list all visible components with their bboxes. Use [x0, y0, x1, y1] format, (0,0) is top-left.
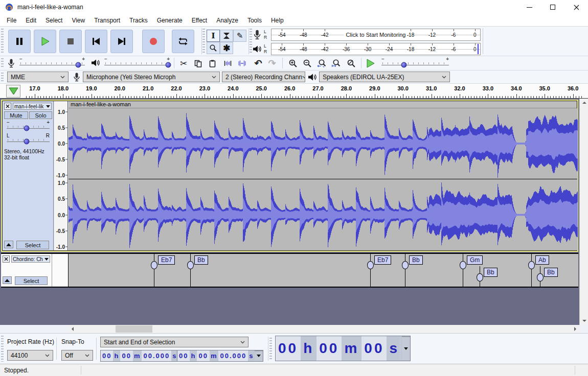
- play-speed-slider[interactable]: − +: [381, 57, 449, 68]
- label-track-content[interactable]: Eb7BbEb7BbGmBbAbBb: [68, 254, 578, 287]
- audio-position-field[interactable]: 00h00m00s: [275, 336, 411, 361]
- undo-button[interactable]: ↶: [252, 57, 265, 69]
- track-select-button[interactable]: Select: [15, 276, 48, 285]
- slider-thumb[interactable]: [401, 62, 406, 68]
- collapse-track-button[interactable]: [3, 276, 12, 284]
- project-rate-dropdown[interactable]: 44100: [7, 350, 53, 361]
- amplitude-ruler[interactable]: 1.00.50.0-0.5-1.01.00.50.0-0.5-1.0: [54, 101, 68, 250]
- label-marker-handle[interactable]: [537, 273, 544, 281]
- maximize-button[interactable]: [541, 0, 564, 14]
- snap-to-dropdown[interactable]: Off: [61, 350, 93, 361]
- stop-button[interactable]: [59, 30, 82, 53]
- cut-button[interactable]: ✂: [177, 57, 190, 69]
- recording-meter[interactable]: LR Click to Start Monitoring -54-48-42-1…: [253, 28, 481, 41]
- label-marker-handle[interactable]: [402, 261, 409, 269]
- label-marker-handle[interactable]: [367, 261, 374, 269]
- label-marker-handle[interactable]: [151, 261, 157, 269]
- time-unit[interactable]: h: [190, 350, 197, 361]
- selection-start-field[interactable]: 00h00m00.000s: [100, 350, 187, 362]
- horizontal-scrollbar[interactable]: [0, 325, 588, 333]
- chord-label[interactable]: Bb: [194, 255, 208, 265]
- toolbar-grabber[interactable]: [250, 29, 252, 54]
- scroll-right-button[interactable]: [571, 325, 579, 333]
- scroll-left-button[interactable]: [68, 325, 77, 333]
- time-unit[interactable]: m: [342, 336, 361, 361]
- redo-button[interactable]: ↷: [265, 57, 279, 69]
- time-digits[interactable]: 00: [276, 336, 301, 361]
- menu-tracks[interactable]: Tracks: [125, 15, 152, 26]
- trim-outside-selection-button[interactable]: [221, 57, 234, 69]
- label-marker-handle[interactable]: [187, 261, 194, 269]
- zoom-out-button[interactable]: [301, 57, 314, 69]
- chord-label[interactable]: Eb7: [158, 255, 175, 265]
- recording-meter-bar[interactable]: Click to Start Monitoring -54-48-42-18-1…: [271, 29, 481, 41]
- time-unit[interactable]: m: [210, 350, 219, 361]
- waveform-channel-right[interactable]: [69, 179, 578, 250]
- chord-label[interactable]: Bb: [544, 268, 558, 277]
- draw-tool-button[interactable]: ✎: [233, 30, 246, 42]
- play-button[interactable]: [34, 30, 56, 53]
- waveform-channel-left[interactable]: [69, 108, 578, 179]
- timeline-ruler[interactable]: 17.018.019.020.021.022.023.024.025.026.0…: [0, 84, 588, 99]
- silence-selection-button[interactable]: [235, 57, 248, 69]
- loop-button[interactable]: [172, 30, 194, 53]
- clip-title-bar[interactable]: man-i-feel-like-a-woman: [69, 101, 577, 108]
- menu-view[interactable]: View: [67, 15, 89, 26]
- multi-tool-button[interactable]: ✱: [220, 42, 233, 54]
- chord-label[interactable]: Gm: [467, 255, 483, 265]
- slider-thumb[interactable]: [165, 62, 171, 68]
- menu-analyze[interactable]: Analyze: [212, 15, 243, 26]
- time-digits[interactable]: 00: [316, 336, 342, 361]
- time-digits[interactable]: 00: [101, 350, 113, 361]
- track-select-button[interactable]: Select: [16, 241, 49, 249]
- time-unit[interactable]: h: [113, 350, 120, 361]
- zoom-tool-button[interactable]: [207, 42, 220, 54]
- menu-edit[interactable]: Edit: [21, 15, 41, 26]
- mute-button[interactable]: Mute: [4, 111, 28, 119]
- label-marker-handle[interactable]: [528, 261, 535, 269]
- time-digits[interactable]: 00.000: [218, 350, 248, 361]
- toolbar-grabber[interactable]: [1, 29, 4, 54]
- toolbar-grabber[interactable]: [1, 73, 4, 81]
- close-button[interactable]: [564, 0, 588, 14]
- horizontal-scroll-thumb[interactable]: [116, 325, 152, 333]
- recording-device-dropdown[interactable]: Microphone (Yeti Stereo Microph: [83, 72, 220, 82]
- minimize-button[interactable]: [517, 0, 541, 14]
- recording-channels-dropdown[interactable]: 2 (Stereo) Recording Chann: [222, 72, 305, 82]
- time-unit[interactable]: s: [248, 350, 255, 361]
- vertical-scrollbar[interactable]: [579, 99, 588, 325]
- gain-slider[interactable]: − +: [7, 121, 50, 132]
- playback-device-dropdown[interactable]: Speakers (EDIROL UA-25EX): [319, 72, 450, 82]
- time-unit[interactable]: h: [301, 336, 316, 361]
- slider-thumb[interactable]: [76, 62, 81, 68]
- fit-selection-button[interactable]: [315, 57, 328, 69]
- chord-label[interactable]: Eb7: [374, 255, 391, 265]
- chord-label[interactable]: Ab: [535, 255, 549, 265]
- chord-label[interactable]: Bb: [409, 255, 423, 265]
- toolbar-grabber[interactable]: [1, 336, 4, 362]
- envelope-tool-button[interactable]: [220, 30, 233, 42]
- toolbar-grabber[interactable]: [269, 338, 272, 360]
- time-field-dropdown-icon[interactable]: [404, 347, 408, 350]
- selection-mode-dropdown[interactable]: Start and End of Selection: [100, 337, 248, 347]
- toolbar-grabber[interactable]: [202, 29, 205, 54]
- menu-generate[interactable]: Generate: [152, 15, 187, 26]
- monitor-hint[interactable]: Click to Start Monitoring: [344, 32, 408, 38]
- label-marker-handle[interactable]: [477, 273, 483, 281]
- copy-button[interactable]: [191, 57, 205, 69]
- time-digits[interactable]: 00: [177, 350, 190, 361]
- menu-tools[interactable]: Tools: [243, 15, 266, 26]
- menu-help[interactable]: Help: [266, 15, 288, 26]
- zoom-toggle-button[interactable]: [345, 57, 358, 69]
- playback-volume-slider[interactable]: − +: [104, 57, 170, 68]
- record-button[interactable]: [142, 30, 165, 53]
- track-close-button[interactable]: [4, 103, 11, 110]
- menu-effect[interactable]: Effect: [187, 15, 212, 26]
- scroll-down-button[interactable]: [580, 317, 588, 325]
- playback-meter[interactable]: LR -54-48-42-36-30-24-18-12-60: [253, 42, 481, 56]
- pause-button[interactable]: [8, 30, 31, 53]
- selection-end-field[interactable]: 00h00m00.000s: [177, 350, 263, 362]
- chord-label[interactable]: Bb: [484, 268, 497, 277]
- timeline-options-button[interactable]: [6, 85, 20, 98]
- label-marker-handle[interactable]: [460, 261, 466, 269]
